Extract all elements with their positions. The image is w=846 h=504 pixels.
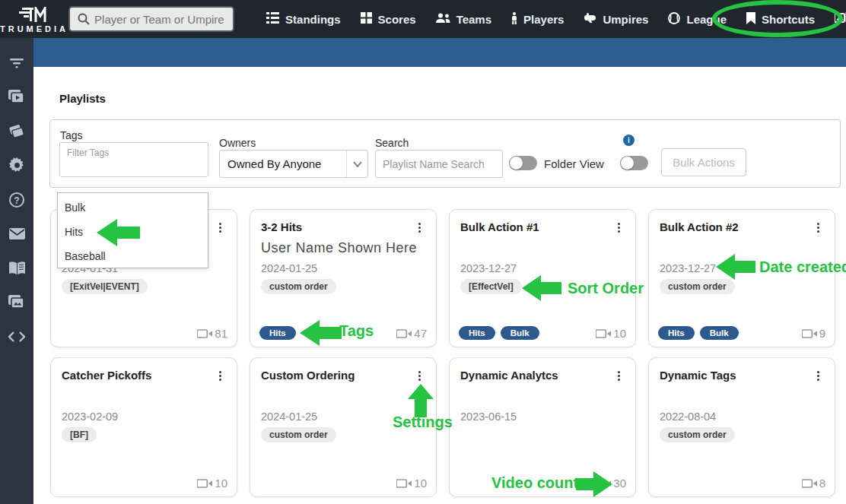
tags-label: Tags [60, 129, 83, 141]
settings-gear-icon[interactable] [0, 148, 33, 182]
nav-item-playlists[interactable]: Playlists [835, 12, 846, 26]
playlists-media-icon [835, 12, 846, 26]
tags-dropdown-option-baseball[interactable]: Baseball [65, 250, 106, 262]
chevron-down-icon [346, 151, 367, 177]
tag-pill-hits[interactable]: Hits [658, 326, 695, 340]
tag-pill-hits[interactable]: Hits [459, 326, 495, 340]
video-count-value: 30 [613, 477, 626, 490]
help-icon[interactable]: ? [0, 182, 33, 217]
sort-order-chip: custom order [660, 279, 735, 294]
sort-order-chip: [BF] [62, 427, 97, 442]
video-count: 81 [197, 327, 227, 340]
kebab-menu-icon[interactable] [813, 220, 824, 236]
players-person-icon [511, 12, 517, 27]
nav-item-shortcuts[interactable]: Shortcuts [746, 12, 815, 27]
playlist-date: 2023-12-27 [460, 262, 517, 274]
filter-icon[interactable] [0, 46, 33, 80]
playlist-search-input[interactable] [375, 150, 503, 178]
playlist-card[interactable]: Dynamic Tags 2022-08-04 custom order 8 [648, 357, 835, 497]
sort-order-chip: custom order [261, 279, 336, 294]
cards-icon[interactable] [0, 114, 33, 148]
scores-grid-icon [361, 12, 372, 26]
kebab-menu-icon[interactable] [414, 220, 425, 236]
playlist-card[interactable]: Dynamic Analytcs 2023-06-15 30 [449, 357, 636, 497]
video-count: 30 [596, 477, 626, 490]
kebab-menu-icon[interactable] [613, 368, 625, 384]
standings-list-icon [266, 12, 279, 26]
video-count: 10 [396, 477, 427, 490]
tag-pill-bulk[interactable]: Bulk [700, 326, 739, 340]
kebab-menu-icon[interactable] [414, 368, 425, 384]
glossary-book-icon[interactable] [0, 251, 33, 285]
trumedia-logo[interactable]: TRUMEDIA [0, 5, 68, 33]
code-icon[interactable] [0, 319, 33, 353]
video-count-value: 10 [414, 477, 427, 490]
playlist-title: Dynamic Tags [660, 369, 804, 382]
nav-item-label: Umpires [603, 13, 648, 26]
nav-item-scores[interactable]: Scores [361, 12, 416, 26]
tags-dropdown: BulkHitsBaseball [57, 192, 208, 268]
camera-icon [197, 478, 212, 489]
playlist-card[interactable]: Bulk Action #2 2023-12-27 custom order H… [648, 209, 835, 347]
owners-selected-value: Owned By Anyone [220, 157, 346, 170]
global-search[interactable] [68, 6, 234, 32]
shortcuts-bookmark-icon [746, 12, 755, 27]
brand-name: TRUMEDIA [0, 24, 68, 33]
tag-pill-hits[interactable]: Hits [259, 326, 296, 340]
nav-item-teams[interactable]: Teams [436, 13, 491, 26]
nav-item-league[interactable]: League [668, 12, 727, 27]
kebab-menu-icon[interactable] [813, 368, 824, 384]
video-count-value: 10 [215, 477, 227, 490]
nav-item-label: Teams [456, 13, 491, 26]
playlist-title: Bulk Action #1 [460, 220, 605, 233]
nav-item-umpires[interactable]: Umpires [584, 13, 648, 26]
page-title: Playlists [59, 92, 106, 105]
playlist-title: Catcher Pickoffs [62, 369, 206, 382]
kebab-menu-icon[interactable] [215, 220, 226, 236]
mail-icon[interactable] [0, 217, 33, 251]
owners-label: Owners [219, 137, 256, 149]
playlist-card[interactable]: Bulk Action #1 2023-12-27 [EffectVel] Hi… [449, 209, 636, 347]
kebab-menu-icon[interactable] [613, 220, 625, 236]
video-playlists-icon[interactable] [0, 80, 33, 114]
playlist-card[interactable]: Custom Ordering 2024-01-25 custom order … [250, 357, 437, 497]
nav-item-standings[interactable]: Standings [266, 12, 341, 26]
video-count-value: 81 [215, 327, 227, 340]
playlist-date: 2023-02-09 [62, 410, 118, 423]
video-count-value: 10 [613, 327, 626, 340]
nav-item-players[interactable]: Players [511, 12, 564, 27]
subheader-band [33, 38, 846, 67]
video-count-value: 9 [819, 327, 825, 340]
camera-icon [596, 328, 611, 339]
nav-item-label: Scores [378, 13, 416, 26]
camera-icon [396, 478, 412, 489]
nav-item-label: League [686, 13, 727, 26]
bulk-mode-toggle[interactable] [620, 156, 648, 170]
folder-view-toggle[interactable] [509, 156, 537, 170]
tags-dropdown-option-hits[interactable]: Hits [65, 226, 83, 238]
tags-dropdown-option-bulk[interactable]: Bulk [65, 201, 85, 214]
camera-icon [802, 328, 817, 339]
video-count: 10 [596, 327, 626, 340]
global-search-input[interactable] [94, 13, 224, 26]
video-count: 47 [396, 327, 427, 340]
folder-view-label: Folder View [544, 157, 604, 170]
tags-filter-input[interactable] [59, 142, 208, 177]
media-gallery-icon[interactable] [0, 285, 33, 319]
playlist-card[interactable]: Catcher Pickoffs 2023-02-09 [BF] 10 [50, 357, 237, 497]
search-icon [78, 13, 90, 25]
teams-people-icon [436, 13, 450, 26]
camera-icon [197, 328, 212, 339]
kebab-menu-icon[interactable] [215, 368, 226, 384]
playlist-title: Bulk Action #2 [660, 220, 804, 233]
video-count: 10 [197, 477, 227, 490]
playlist-date: 2022-08-04 [660, 410, 716, 423]
owners-select[interactable]: Owned By Anyone [219, 150, 368, 178]
playlist-card[interactable]: 3-2 Hits User Name Shown Here 2024-01-25… [250, 209, 437, 347]
info-icon[interactable]: i [623, 135, 634, 146]
tag-pill-bulk[interactable]: Bulk [501, 326, 539, 340]
video-count-value: 8 [819, 477, 825, 490]
playlist-tags: Hits [259, 326, 296, 340]
bulk-actions-button[interactable]: Bulk Actions [661, 148, 746, 176]
playlist-title: 3-2 Hits [261, 220, 406, 233]
